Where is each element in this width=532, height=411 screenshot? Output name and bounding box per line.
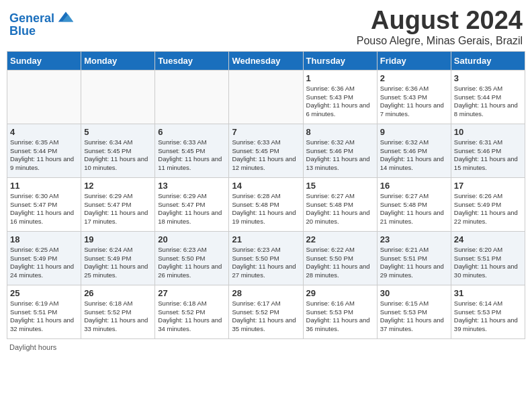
- day-info: Sunrise: 6:25 AM Sunset: 5:49 PM Dayligh…: [10, 246, 78, 280]
- day-cell: 26Sunrise: 6:18 AM Sunset: 5:52 PM Dayli…: [81, 285, 155, 338]
- day-info: Sunrise: 6:33 AM Sunset: 5:45 PM Dayligh…: [158, 138, 226, 173]
- week-row-5: 25Sunrise: 6:19 AM Sunset: 5:51 PM Dayli…: [7, 285, 525, 338]
- day-info: Sunrise: 6:23 AM Sunset: 5:50 PM Dayligh…: [158, 246, 226, 280]
- day-number: 30: [380, 288, 448, 298]
- day-info: Sunrise: 6:16 AM Sunset: 5:53 PM Dayligh…: [306, 300, 374, 334]
- day-number: 10: [454, 127, 522, 137]
- day-number: 6: [158, 127, 226, 137]
- day-info: Sunrise: 6:36 AM Sunset: 5:43 PM Dayligh…: [306, 85, 374, 119]
- day-info: Sunrise: 6:30 AM Sunset: 5:47 PM Dayligh…: [10, 192, 78, 226]
- day-number: 24: [454, 234, 522, 244]
- day-info: Sunrise: 6:29 AM Sunset: 5:47 PM Dayligh…: [158, 192, 226, 226]
- day-cell: [7, 70, 81, 124]
- location-title: Pouso Alegre, Minas Gerais, Brazil: [357, 35, 523, 47]
- day-number: 7: [232, 127, 300, 137]
- day-number: 27: [158, 288, 226, 298]
- calendar-table: SundayMondayTuesdayWednesdayThursdayFrid…: [7, 51, 525, 339]
- logo-icon: [56, 8, 75, 27]
- day-number: 28: [232, 288, 300, 298]
- logo: General Blue: [9, 11, 75, 38]
- day-cell: 11Sunrise: 6:30 AM Sunset: 5:47 PM Dayli…: [7, 177, 81, 231]
- page-header: General Blue August 2024 Pouso Alegre, M…: [7, 7, 525, 47]
- logo-general: General: [9, 11, 54, 25]
- day-number: 21: [232, 234, 300, 244]
- day-info: Sunrise: 6:26 AM Sunset: 5:49 PM Dayligh…: [454, 192, 522, 226]
- logo-text: General: [9, 12, 54, 26]
- day-cell: [81, 70, 155, 124]
- title-area: August 2024 Pouso Alegre, Minas Gerais, …: [357, 7, 523, 47]
- day-number: 8: [306, 127, 374, 137]
- day-info: Sunrise: 6:27 AM Sunset: 5:48 PM Dayligh…: [306, 192, 374, 226]
- day-cell: 30Sunrise: 6:15 AM Sunset: 5:53 PM Dayli…: [377, 285, 451, 338]
- day-cell: 29Sunrise: 6:16 AM Sunset: 5:53 PM Dayli…: [303, 285, 377, 338]
- day-number: 1: [306, 73, 374, 83]
- footer-label: Daylight hours: [9, 343, 56, 351]
- day-number: 11: [10, 181, 78, 191]
- col-header-tuesday: Tuesday: [155, 51, 229, 70]
- day-cell: 5Sunrise: 6:34 AM Sunset: 5:45 PM Daylig…: [81, 124, 155, 177]
- day-cell: 21Sunrise: 6:23 AM Sunset: 5:50 PM Dayli…: [229, 231, 303, 285]
- day-info: Sunrise: 6:20 AM Sunset: 5:51 PM Dayligh…: [454, 246, 522, 280]
- day-cell: 8Sunrise: 6:32 AM Sunset: 5:46 PM Daylig…: [303, 124, 377, 177]
- week-row-1: 1Sunrise: 6:36 AM Sunset: 5:43 PM Daylig…: [7, 70, 525, 124]
- day-number: 23: [380, 234, 448, 244]
- day-info: Sunrise: 6:14 AM Sunset: 5:53 PM Dayligh…: [454, 300, 522, 334]
- week-row-3: 11Sunrise: 6:30 AM Sunset: 5:47 PM Dayli…: [7, 177, 525, 231]
- footer: Daylight hours: [7, 343, 525, 351]
- day-info: Sunrise: 6:33 AM Sunset: 5:45 PM Dayligh…: [232, 138, 300, 173]
- day-info: Sunrise: 6:34 AM Sunset: 5:45 PM Dayligh…: [84, 138, 152, 173]
- day-cell: 18Sunrise: 6:25 AM Sunset: 5:49 PM Dayli…: [7, 231, 81, 285]
- day-info: Sunrise: 6:29 AM Sunset: 5:47 PM Dayligh…: [84, 192, 152, 226]
- day-info: Sunrise: 6:23 AM Sunset: 5:50 PM Dayligh…: [232, 246, 300, 280]
- day-number: 17: [454, 181, 522, 191]
- col-header-sunday: Sunday: [7, 51, 81, 70]
- day-cell: 20Sunrise: 6:23 AM Sunset: 5:50 PM Dayli…: [155, 231, 229, 285]
- week-row-2: 4Sunrise: 6:35 AM Sunset: 5:44 PM Daylig…: [7, 124, 525, 177]
- month-title: August 2024: [357, 7, 523, 35]
- day-cell: 7Sunrise: 6:33 AM Sunset: 5:45 PM Daylig…: [229, 124, 303, 177]
- day-cell: 15Sunrise: 6:27 AM Sunset: 5:48 PM Dayli…: [303, 177, 377, 231]
- col-header-thursday: Thursday: [303, 51, 377, 70]
- col-header-monday: Monday: [81, 51, 155, 70]
- day-number: 31: [454, 288, 522, 298]
- col-header-wednesday: Wednesday: [229, 51, 303, 70]
- day-number: 22: [306, 234, 374, 244]
- day-number: 15: [306, 181, 374, 191]
- day-info: Sunrise: 6:28 AM Sunset: 5:48 PM Dayligh…: [232, 192, 300, 226]
- col-header-friday: Friday: [377, 51, 451, 70]
- week-row-4: 18Sunrise: 6:25 AM Sunset: 5:49 PM Dayli…: [7, 231, 525, 285]
- day-cell: 17Sunrise: 6:26 AM Sunset: 5:49 PM Dayli…: [451, 177, 525, 231]
- day-number: 18: [10, 234, 78, 244]
- day-cell: 2Sunrise: 6:36 AM Sunset: 5:43 PM Daylig…: [377, 70, 451, 124]
- day-cell: 25Sunrise: 6:19 AM Sunset: 5:51 PM Dayli…: [7, 285, 81, 338]
- day-number: 19: [84, 234, 152, 244]
- day-cell: 10Sunrise: 6:31 AM Sunset: 5:46 PM Dayli…: [451, 124, 525, 177]
- day-number: 4: [10, 127, 78, 137]
- day-number: 13: [158, 181, 226, 191]
- day-cell: 16Sunrise: 6:27 AM Sunset: 5:48 PM Dayli…: [377, 177, 451, 231]
- day-cell: 19Sunrise: 6:24 AM Sunset: 5:49 PM Dayli…: [81, 231, 155, 285]
- day-number: 26: [84, 288, 152, 298]
- day-info: Sunrise: 6:32 AM Sunset: 5:46 PM Dayligh…: [380, 138, 448, 173]
- col-header-saturday: Saturday: [451, 51, 525, 70]
- day-number: 12: [84, 181, 152, 191]
- day-number: 16: [380, 181, 448, 191]
- day-info: Sunrise: 6:27 AM Sunset: 5:48 PM Dayligh…: [380, 192, 448, 226]
- day-info: Sunrise: 6:35 AM Sunset: 5:44 PM Dayligh…: [10, 138, 78, 173]
- day-cell: [155, 70, 229, 124]
- day-info: Sunrise: 6:15 AM Sunset: 5:53 PM Dayligh…: [380, 300, 448, 334]
- day-info: Sunrise: 6:17 AM Sunset: 5:52 PM Dayligh…: [232, 300, 300, 334]
- day-number: 5: [84, 127, 152, 137]
- day-number: 14: [232, 181, 300, 191]
- day-cell: 24Sunrise: 6:20 AM Sunset: 5:51 PM Dayli…: [451, 231, 525, 285]
- day-info: Sunrise: 6:31 AM Sunset: 5:46 PM Dayligh…: [454, 138, 522, 173]
- day-number: 2: [380, 73, 448, 83]
- day-number: 3: [454, 73, 522, 83]
- day-cell: 14Sunrise: 6:28 AM Sunset: 5:48 PM Dayli…: [229, 177, 303, 231]
- day-cell: 4Sunrise: 6:35 AM Sunset: 5:44 PM Daylig…: [7, 124, 81, 177]
- day-cell: 23Sunrise: 6:21 AM Sunset: 5:51 PM Dayli…: [377, 231, 451, 285]
- header-row: SundayMondayTuesdayWednesdayThursdayFrid…: [7, 51, 525, 70]
- day-cell: 28Sunrise: 6:17 AM Sunset: 5:52 PM Dayli…: [229, 285, 303, 338]
- day-number: 20: [158, 234, 226, 244]
- day-number: 29: [306, 288, 374, 298]
